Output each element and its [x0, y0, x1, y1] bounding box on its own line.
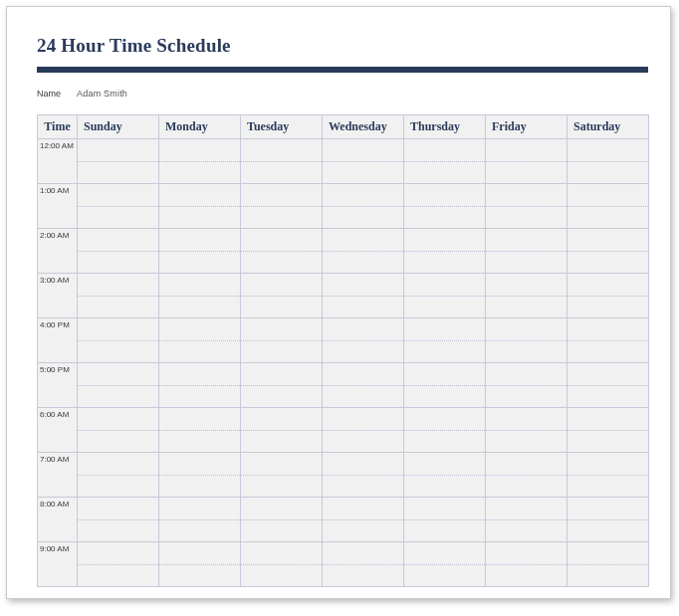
schedule-cell — [159, 363, 241, 408]
time-cell: 7:00 AM — [38, 453, 78, 498]
header-day-tuesday: Tuesday — [241, 115, 323, 139]
table-body: 12:00 AM 1:00 AM 2:00 AM — [38, 139, 649, 587]
schedule-cell — [323, 453, 404, 498]
schedule-cell — [486, 229, 567, 274]
schedule-cell — [404, 139, 486, 184]
time-cell: 6:00 AM — [38, 408, 78, 453]
schedule-cell — [241, 184, 323, 229]
schedule-cell — [567, 229, 649, 274]
schedule-cell — [159, 453, 241, 498]
schedule-cell — [486, 139, 567, 184]
schedule-cell — [241, 408, 323, 453]
schedule-cell — [404, 318, 486, 363]
schedule-cell — [486, 408, 567, 453]
header-day-saturday: Saturday — [567, 115, 649, 139]
table-row: 3:00 AM — [38, 274, 649, 318]
title-divider — [37, 67, 648, 73]
schedule-cell — [323, 184, 404, 229]
time-cell: 9:00 AM — [38, 542, 78, 587]
schedule-cell — [159, 229, 241, 274]
schedule-cell — [78, 318, 159, 363]
schedule-cell — [486, 184, 567, 229]
schedule-cell — [323, 363, 404, 408]
schedule-cell — [567, 453, 649, 498]
document-page: 24 Hour Time Schedule Name Adam Smith Ti… — [6, 6, 671, 599]
schedule-cell — [78, 184, 159, 229]
time-cell: 12:00 AM — [38, 139, 78, 184]
time-cell: 1:00 AM — [38, 184, 78, 229]
header-day-sunday: Sunday — [78, 115, 159, 139]
schedule-cell — [567, 542, 649, 587]
table-row: 5:00 PM — [38, 363, 649, 408]
schedule-cell — [323, 318, 404, 363]
table-row: 2:00 AM — [38, 229, 649, 274]
schedule-cell — [567, 363, 649, 408]
schedule-cell — [323, 229, 404, 274]
schedule-cell — [159, 408, 241, 453]
schedule-cell — [486, 498, 567, 542]
header-time: Time — [38, 115, 78, 139]
schedule-cell — [404, 184, 486, 229]
table-row: 1:00 AM — [38, 184, 649, 229]
schedule-cell — [323, 498, 404, 542]
schedule-cell — [567, 318, 649, 363]
time-cell: 8:00 AM — [38, 498, 78, 542]
schedule-cell — [159, 542, 241, 587]
schedule-cell — [404, 453, 486, 498]
table-row: 7:00 AM — [38, 453, 649, 498]
header-day-wednesday: Wednesday — [323, 115, 404, 139]
page-title: 24 Hour Time Schedule — [37, 35, 648, 57]
schedule-cell — [241, 229, 323, 274]
schedule-cell — [159, 318, 241, 363]
schedule-cell — [78, 363, 159, 408]
schedule-cell — [78, 274, 159, 318]
schedule-cell — [323, 542, 404, 587]
schedule-cell — [241, 363, 323, 408]
time-cell: 2:00 AM — [38, 229, 78, 274]
table-row: 9:00 AM — [38, 542, 649, 587]
schedule-cell — [486, 318, 567, 363]
schedule-cell — [567, 184, 649, 229]
schedule-cell — [567, 408, 649, 453]
table-row: 8:00 AM — [38, 498, 649, 542]
schedule-cell — [78, 542, 159, 587]
schedule-cell — [159, 274, 241, 318]
schedule-cell — [78, 453, 159, 498]
schedule-cell — [486, 542, 567, 587]
schedule-cell — [404, 363, 486, 408]
schedule-cell — [486, 274, 567, 318]
schedule-cell — [323, 274, 404, 318]
schedule-cell — [241, 498, 323, 542]
schedule-cell — [78, 139, 159, 184]
schedule-cell — [404, 498, 486, 542]
schedule-cell — [159, 184, 241, 229]
schedule-cell — [567, 139, 649, 184]
schedule-cell — [241, 274, 323, 318]
name-label: Name — [37, 89, 61, 99]
header-day-monday: Monday — [159, 115, 241, 139]
schedule-cell — [404, 408, 486, 453]
schedule-cell — [78, 408, 159, 453]
schedule-cell — [241, 453, 323, 498]
schedule-cell — [404, 274, 486, 318]
schedule-cell — [241, 318, 323, 363]
name-value: Adam Smith — [77, 89, 127, 99]
table-row: 4:00 PM — [38, 318, 649, 363]
name-row: Name Adam Smith — [37, 89, 648, 99]
schedule-cell — [323, 139, 404, 184]
schedule-cell — [159, 498, 241, 542]
time-cell: 4:00 PM — [38, 318, 78, 363]
schedule-cell — [78, 498, 159, 542]
header-day-thursday: Thursday — [404, 115, 486, 139]
schedule-cell — [241, 139, 323, 184]
time-cell: 5:00 PM — [38, 363, 78, 408]
schedule-cell — [567, 498, 649, 542]
header-day-friday: Friday — [486, 115, 567, 139]
time-cell: 3:00 AM — [38, 274, 78, 318]
schedule-cell — [404, 542, 486, 587]
schedule-cell — [567, 274, 649, 318]
schedule-cell — [323, 408, 404, 453]
table-row: 6:00 AM — [38, 408, 649, 453]
schedule-cell — [78, 229, 159, 274]
schedule-table: Time Sunday Monday Tuesday Wednesday Thu… — [37, 114, 649, 587]
